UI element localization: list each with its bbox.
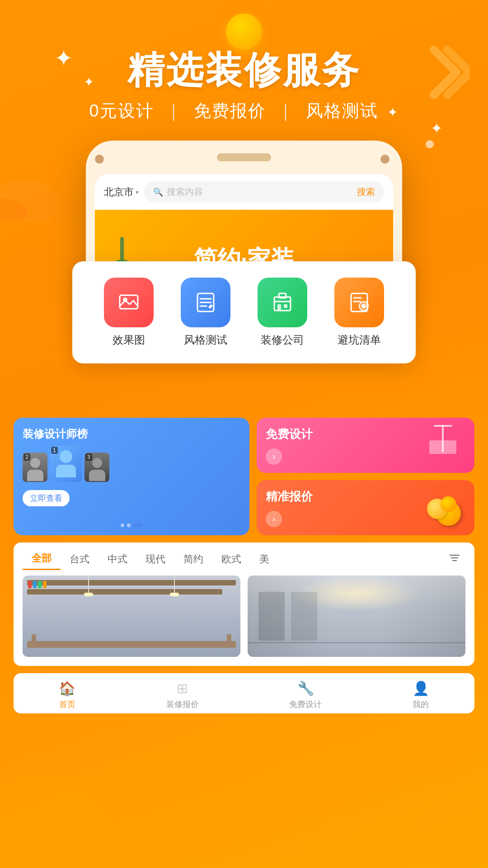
sub-title: 0元设计 ｜ 免费报价 ｜ 风格测试 ✦ bbox=[0, 99, 488, 123]
precise-price-card[interactable]: 精准报价 › bbox=[257, 480, 474, 535]
view-now-button[interactable]: 立即查看 bbox=[23, 490, 70, 506]
phone-header: 北京市 ▾ 🔍 搜索内容 搜索 bbox=[95, 174, 393, 210]
precise-price-arrow: › bbox=[266, 511, 282, 527]
filter-tab-all[interactable]: 全部 bbox=[23, 548, 61, 570]
design-icon: 🔧 bbox=[297, 680, 314, 696]
sparkle-icon-3: ✦ bbox=[431, 120, 443, 137]
free-design-content: 免费设计 › bbox=[266, 426, 313, 465]
mine-icon: 👤 bbox=[413, 680, 429, 696]
search-bar[interactable]: 🔍 搜索内容 搜索 bbox=[144, 181, 384, 203]
nav-label-price: 装修报价 bbox=[166, 699, 199, 710]
search-icon: 🔍 bbox=[153, 187, 163, 197]
city-name: 北京市 bbox=[104, 185, 134, 199]
phone-mockup-wrapper: 北京市 ▾ 🔍 搜索内容 搜索 简约·家装 bbox=[86, 141, 402, 318]
phone-camera-dot-2 bbox=[380, 155, 389, 164]
bg-ellipse-bottom-right bbox=[416, 800, 488, 868]
rank-badge-2: 2 bbox=[23, 453, 30, 461]
nav-item-home[interactable]: 🏠 首页 bbox=[59, 680, 75, 710]
cards-row: 装修设计师榜 2 1 bbox=[14, 418, 474, 535]
sub-divider-1: ｜ bbox=[165, 101, 183, 120]
svg-rect-12 bbox=[277, 304, 281, 311]
search-placeholder: 搜索内容 bbox=[167, 186, 353, 198]
filter-tabs: 全部 台式 中式 现代 简约 欧式 美 bbox=[14, 542, 474, 576]
rank-badge-1: 1 bbox=[51, 447, 58, 454]
precise-price-content: 精准报价 › bbox=[266, 489, 313, 527]
svg-rect-13 bbox=[284, 304, 287, 308]
sub-title-part-1: 0元设计 bbox=[89, 101, 154, 120]
home-icon: 🏠 bbox=[59, 680, 75, 696]
nav-label-home: 首页 bbox=[59, 699, 75, 710]
filter-menu-icon[interactable] bbox=[444, 549, 465, 570]
phone-camera-dot bbox=[95, 155, 104, 164]
free-design-title: 免费设计 bbox=[266, 426, 313, 442]
sparkle-icon-1: ✦ bbox=[54, 45, 73, 71]
phone-top-bar bbox=[95, 150, 393, 169]
icon-box-blue bbox=[181, 278, 230, 327]
search-button[interactable]: 搜索 bbox=[357, 186, 375, 198]
designer-rank-avatars: 2 1 3 bbox=[23, 446, 240, 482]
price-icon: ⊞ bbox=[177, 680, 188, 696]
precise-price-title: 精准报价 bbox=[266, 489, 313, 505]
rank-badge-3: 3 bbox=[85, 453, 92, 461]
icon-label-qingdan: 避坑清单 bbox=[338, 333, 381, 347]
designer-rank-card[interactable]: 装修设计师榜 2 1 bbox=[14, 418, 249, 535]
designer-avatar-2: 2 bbox=[23, 453, 47, 482]
free-design-arrow: › bbox=[266, 448, 282, 465]
city-arrow-icon: ▾ bbox=[136, 189, 139, 196]
designer-rank-title: 装修设计师榜 bbox=[23, 427, 240, 441]
image-grid bbox=[14, 576, 474, 666]
nav-label-mine: 我的 bbox=[413, 699, 429, 710]
svg-rect-10 bbox=[279, 293, 286, 298]
icon-box-red bbox=[104, 278, 154, 327]
icon-item-company[interactable]: 装修公司 bbox=[258, 278, 307, 347]
icon-item-xiaoguotu[interactable]: 效果图 bbox=[104, 278, 154, 347]
grid-image-1[interactable] bbox=[23, 576, 240, 657]
sparkle-inline: ✦ bbox=[387, 105, 399, 119]
dot-3 bbox=[133, 524, 142, 527]
icon-label-xiaoguotu: 效果图 bbox=[113, 333, 145, 347]
city-selector[interactable]: 北京市 ▾ bbox=[104, 185, 139, 199]
bg-dot-decoration bbox=[426, 140, 434, 148]
dot-1 bbox=[121, 524, 124, 527]
main-title: 精选装修服务 bbox=[0, 50, 488, 90]
nav-item-design[interactable]: 🔧 免费设计 bbox=[289, 680, 322, 710]
bg-clouds-left bbox=[0, 167, 77, 222]
scroll-dots bbox=[116, 519, 147, 532]
sub-title-part-3: 风格测试 bbox=[306, 101, 378, 120]
svg-point-16 bbox=[361, 304, 366, 308]
icon-label-company: 装修公司 bbox=[261, 333, 304, 347]
filter-tab-taishi[interactable]: 台式 bbox=[61, 549, 99, 570]
nav-item-price[interactable]: ⊞ 装修报价 bbox=[166, 680, 199, 710]
filter-tab-oushi[interactable]: 欧式 bbox=[212, 549, 250, 570]
filter-tab-xiandai[interactable]: 现代 bbox=[136, 549, 174, 570]
dot-2 bbox=[127, 524, 131, 527]
icon-box-green bbox=[258, 278, 307, 327]
sparkle-icon-2: ✦ bbox=[84, 75, 94, 90]
quick-icons-card: 效果图 风格测试 bbox=[72, 261, 416, 363]
free-design-illustration bbox=[420, 425, 465, 466]
cards-col-right: 免费设计 › 精准报价 › bbox=[257, 418, 474, 535]
filter-tab-zhongshi[interactable]: 中式 bbox=[99, 549, 136, 570]
icon-label-fengge: 风格测试 bbox=[184, 333, 227, 347]
filter-tab-jianyue[interactable]: 简约 bbox=[174, 549, 212, 570]
filter-tab-mei[interactable]: 美 bbox=[250, 549, 278, 570]
designer-avatar-1: 1 bbox=[50, 446, 82, 482]
bg-ellipse-bottom-left bbox=[0, 778, 108, 868]
sub-title-part-2: 免费报价 bbox=[194, 101, 266, 120]
price-illustration bbox=[416, 487, 465, 528]
icon-box-orange bbox=[334, 278, 384, 327]
bottom-nav: 🏠 首页 ⊞ 装修报价 🔧 免费设计 👤 我的 bbox=[14, 673, 474, 713]
sub-divider-2: ｜ bbox=[277, 101, 295, 120]
designer-avatar-3: 3 bbox=[84, 453, 109, 482]
grid-image-2[interactable] bbox=[248, 576, 465, 657]
icon-item-fengge[interactable]: 风格测试 bbox=[181, 278, 230, 347]
content-area: 装修设计师榜 2 1 bbox=[0, 418, 488, 731]
free-design-card[interactable]: 免费设计 › bbox=[257, 418, 474, 473]
svg-rect-9 bbox=[274, 297, 291, 311]
phone-speaker bbox=[217, 153, 271, 161]
nav-label-design: 免费设计 bbox=[289, 699, 322, 710]
icon-item-qingdan[interactable]: 避坑清单 bbox=[334, 278, 384, 347]
header-section: ✦ ✦ ✦ 精选装修服务 0元设计 ｜ 免费报价 ｜ 风格测试 ✦ bbox=[0, 0, 488, 123]
nav-item-mine[interactable]: 👤 我的 bbox=[413, 680, 429, 710]
